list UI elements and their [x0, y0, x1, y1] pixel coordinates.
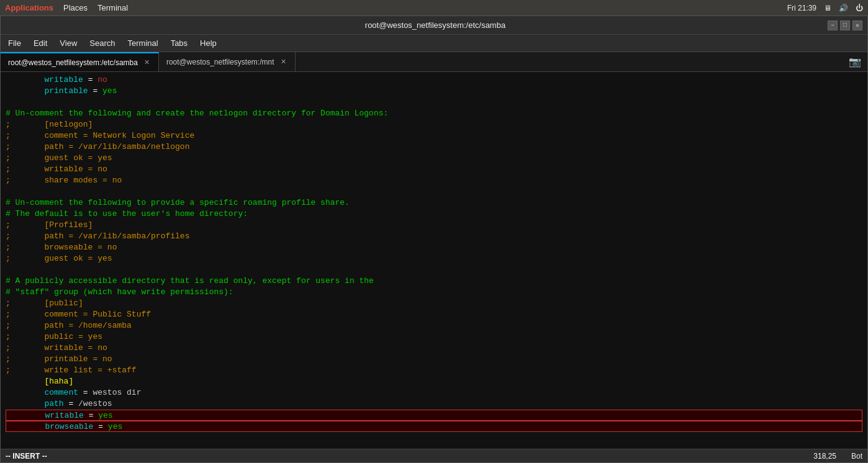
line-9: ; writable = no	[6, 164, 862, 175]
line-10: ; share modes = no	[6, 175, 862, 186]
vim-mode: -- INSERT --	[6, 452, 47, 461]
line-27: ; write list = +staff	[6, 365, 862, 376]
tab-samba-close[interactable]: ✕	[143, 58, 151, 66]
line-22: ; comment = Public Stuff	[6, 309, 862, 320]
tab-mnt[interactable]: root@westos_netfilesystem:/mnt ✕	[159, 52, 296, 71]
title-bar-controls: – □ ✕	[828, 20, 862, 30]
menu-tabs[interactable]: Tabs	[166, 37, 192, 49]
line-1: writable = no	[6, 74, 862, 86]
line-12: # Un-comment the following to provide a …	[6, 197, 862, 209]
close-button[interactable]: ✕	[852, 20, 862, 30]
line-26: ; printable = no	[6, 354, 862, 365]
vim-status-bar: -- INSERT -- 318,25 Bot	[1, 449, 867, 462]
line-14: ; [Profiles]	[6, 220, 862, 231]
tab-samba[interactable]: root@westos_netfilesystem:/etc/samba ✕	[1, 52, 159, 71]
line-30: path = /westos	[6, 398, 862, 410]
menu-help[interactable]: Help	[195, 37, 222, 49]
line-29: comment = westos dir	[6, 387, 862, 398]
line-31-highlighted: writable = yes	[6, 410, 862, 421]
title-bar-title: root@westos_netfilesystem:/etc/samba	[43, 20, 828, 30]
minimize-button[interactable]: –	[828, 20, 838, 30]
power-icon[interactable]: ⏻	[856, 4, 863, 12]
clock: Fri 21:39	[787, 4, 816, 12]
maximize-button[interactable]: □	[840, 20, 850, 30]
applications-menu[interactable]: Applications	[5, 3, 53, 12]
line-15: ; path = /var/lib/samba/profiles	[6, 231, 862, 242]
line-3	[6, 97, 862, 108]
tab-mnt-close[interactable]: ✕	[279, 58, 287, 66]
system-bar-left: Applications Places Terminal	[5, 3, 128, 12]
line-25: ; writable = no	[6, 343, 862, 354]
line-19: # A publicly accessible directory that i…	[6, 276, 862, 287]
terminal-window: root@westos_netfilesystem:/etc/samba – □…	[0, 16, 868, 463]
line-24: ; public = yes	[6, 331, 862, 343]
line-16: ; browseable = no	[6, 242, 862, 253]
menu-file[interactable]: File	[3, 37, 26, 49]
system-bar-right: Fri 21:39 🖥 🔊 ⏻	[787, 4, 863, 12]
line-28: [haha]	[6, 376, 862, 387]
line-2: printable = yes	[6, 86, 862, 97]
line-5: ; [netlogon]	[6, 119, 862, 130]
system-bar: Applications Places Terminal Fri 21:39 🖥…	[0, 0, 868, 16]
line-23: ; path = /home/samba	[6, 320, 862, 331]
menu-bar: File Edit View Search Terminal Tabs Help	[1, 35, 867, 52]
vim-position: 318,25	[813, 452, 836, 461]
menu-view[interactable]: View	[55, 37, 82, 49]
line-6: ; comment = Network Logon Service	[6, 130, 862, 142]
line-4: # Un-comment the following and create th…	[6, 108, 862, 119]
menu-terminal[interactable]: Terminal	[123, 37, 163, 49]
terminal-content[interactable]: writable = no printable = yes # Un-comme…	[1, 72, 867, 449]
line-32-highlighted: browseable = yes	[6, 421, 862, 432]
line-18	[6, 264, 862, 276]
menu-edit[interactable]: Edit	[29, 37, 52, 49]
terminal-app-menu[interactable]: Terminal	[97, 3, 128, 12]
line-8: ; guest ok = yes	[6, 153, 862, 164]
line-20: # "staff" group (which have write permis…	[6, 287, 862, 298]
places-menu[interactable]: Places	[63, 3, 88, 12]
line-7: ; path = /var/lib/samba/netlogon	[6, 142, 862, 153]
new-tab-button[interactable]: 📷	[843, 52, 867, 71]
tab-mnt-label: root@westos_netfilesystem:/mnt	[166, 58, 274, 66]
volume-icon[interactable]: 🔊	[839, 4, 848, 12]
tab-samba-label: root@westos_netfilesystem:/etc/samba	[8, 58, 138, 67]
vim-scroll: Bot	[851, 452, 862, 461]
line-17: ; guest ok = yes	[6, 253, 862, 264]
title-bar: root@westos_netfilesystem:/etc/samba – □…	[1, 16, 867, 35]
line-21: ; [public]	[6, 298, 862, 309]
tabs-bar: root@westos_netfilesystem:/etc/samba ✕ r…	[1, 52, 867, 72]
screenshot-icon: 📷	[849, 56, 861, 68]
line-13: # The default is to use the user's home …	[6, 209, 862, 220]
menu-search[interactable]: Search	[84, 37, 120, 49]
line-11	[6, 186, 862, 197]
network-icon[interactable]: 🖥	[824, 4, 831, 12]
